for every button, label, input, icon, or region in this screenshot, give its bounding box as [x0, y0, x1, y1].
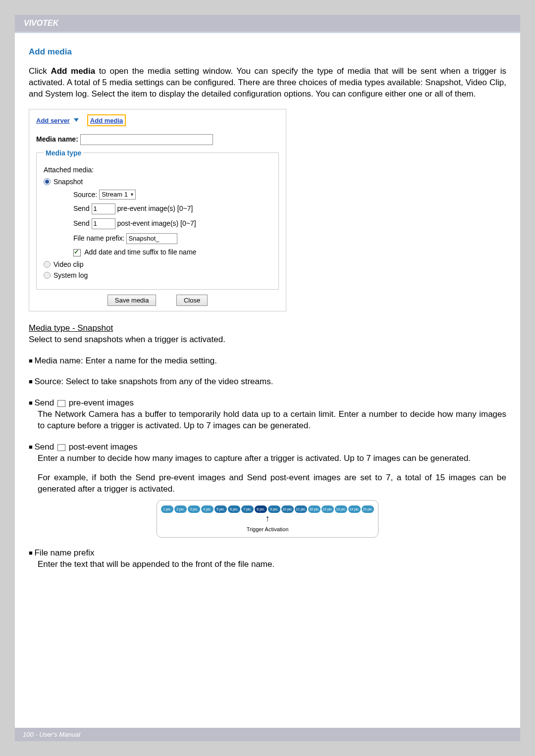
bullet-media-name: Media name: Enter a name for the media s…: [29, 355, 506, 367]
bullet-list: Media name: Enter a name for the media s…: [29, 355, 506, 571]
bullet-file-prefix: File name prefix: [29, 548, 506, 559]
close-button[interactable]: Close: [176, 295, 208, 306]
pill-8: 8 pic.: [255, 505, 267, 513]
add-suffix-label: Add date and time suffix to file name: [84, 248, 196, 256]
file-prefix-label: File name prefix:: [73, 234, 124, 242]
attached-media-label: Attached media:: [44, 166, 271, 174]
bullet-file-prefix-body: Enter the text that will be appended to …: [38, 559, 506, 570]
media-name-input[interactable]: [80, 134, 213, 145]
add-media-link[interactable]: Add media: [90, 117, 123, 124]
intro-rest: to open the media setting window. You ca…: [29, 66, 506, 99]
pill-1: 1 pic.: [161, 505, 173, 513]
pill-13: 12 pic.: [321, 505, 334, 513]
source-row: Source: Stream 1 ▼: [73, 190, 271, 200]
trigger-caption: Trigger Activation: [161, 526, 374, 533]
pre-event-input[interactable]: [92, 203, 115, 214]
inline-box-icon: [57, 400, 65, 407]
radio-snapshot[interactable]: Snapshot: [44, 178, 271, 186]
file-prefix-row: File name prefix:: [73, 233, 271, 244]
inline-box-icon: [57, 444, 65, 451]
radio-video-clip-label: Video clip: [54, 260, 83, 268]
file-prefix-input[interactable]: [126, 233, 177, 244]
pill-15: 14 pic.: [348, 505, 361, 513]
intro-bold: Add media: [51, 66, 95, 76]
send-label-2: Send: [73, 219, 90, 227]
page-footer: 100 - User's Manual: [15, 728, 520, 741]
radio-snapshot-icon: [44, 178, 51, 185]
post-event-input[interactable]: [92, 218, 115, 229]
radio-video-clip-icon: [44, 261, 51, 268]
radio-system-log-label: System log: [54, 271, 88, 279]
source-label: Source:: [73, 190, 97, 198]
media-type-legend: Media type: [44, 149, 83, 157]
bullet-post-body1: Enter a number to decide how many images…: [38, 453, 506, 464]
add-media-highlight: Add media: [87, 114, 126, 126]
bullet-post-body2: For example, if both the Send pre-event …: [38, 472, 506, 495]
pre-event-row: Send pre-event image(s) [0~7]: [73, 203, 271, 214]
add-suffix-checkbox[interactable]: [73, 249, 81, 256]
section-title: Add media: [29, 47, 506, 57]
add-server-link[interactable]: Add server: [36, 117, 70, 124]
save-media-button[interactable]: Save media: [107, 295, 157, 306]
chevron-down-icon: ▼: [130, 192, 134, 197]
pill-14: 13 pic.: [335, 505, 347, 513]
trigger-activation-figure: 1 pic.2 pic.3 pic.4 pic.5 pic.6 pic.7 pi…: [157, 500, 378, 538]
pill-16: 15 pic.: [362, 505, 374, 513]
source-select[interactable]: Stream 1 ▼: [99, 190, 136, 200]
bullet-pre-after: pre-event images: [66, 398, 134, 407]
bullet-source: Source: Select to take snapshots from an…: [29, 376, 506, 388]
bullet-pre-lead: Send: [34, 398, 56, 407]
radio-system-log[interactable]: System log: [44, 271, 271, 279]
post-event-suffix: post-event image(s) [0~7]: [117, 219, 196, 227]
snapshot-description: Select to send snapshots when a trigger …: [29, 334, 506, 346]
bullet-pre-body: The Network Camera has a buffer to tempo…: [38, 409, 506, 432]
add-suffix-row[interactable]: Add date and time suffix to file name: [73, 248, 271, 256]
media-name-row: Media name:: [36, 134, 279, 145]
pill-6: 6 pic.: [228, 505, 240, 513]
page-header: VIVOTEK: [15, 15, 520, 33]
intro-prefix: Click: [29, 66, 51, 76]
bullet-post-lead: Send: [34, 442, 56, 452]
pill-10: 10 pic.: [281, 505, 294, 513]
pill-9: 9 pic.: [268, 505, 280, 513]
pill-2: 2 pic.: [174, 505, 187, 513]
radio-snapshot-label: Snapshot: [54, 178, 83, 186]
pill-12: 10 pic.: [308, 505, 321, 513]
bullet-pre-event: Send pre-event images: [29, 398, 506, 409]
intro-paragraph: Click Add media to open the media settin…: [29, 66, 506, 100]
media-type-fieldset: Media type Attached media: Snapshot Sour…: [36, 149, 279, 290]
pill-7: 7 pic.: [241, 505, 254, 513]
pill-4: 4 pic.: [201, 505, 214, 513]
media-name-label: Media name:: [36, 135, 78, 143]
add-media-dialog: Add server Add media Media name: Media t…: [29, 109, 286, 311]
send-label-1: Send: [73, 204, 90, 212]
server-caret-icon: [73, 116, 80, 125]
bullet-post-after: post-event images: [66, 442, 138, 452]
pill-5: 5 pic.: [214, 505, 227, 513]
arrow-up-icon: ↑: [266, 515, 270, 522]
pre-event-suffix: pre-event image(s) [0~7]: [117, 204, 193, 212]
media-type-snapshot-heading: Media type - Snapshot: [29, 323, 506, 333]
radio-video-clip[interactable]: Video clip: [44, 260, 271, 268]
page-content: Add media Click Add media to open the me…: [15, 33, 520, 600]
post-event-row: Send post-event image(s) [0~7]: [73, 218, 271, 229]
dialog-link-row: Add server Add media: [36, 114, 279, 126]
bullet-post-event: Send post-event images: [29, 442, 506, 453]
svg-marker-0: [74, 118, 79, 122]
pill-3: 3 pic.: [188, 505, 200, 513]
dialog-button-row: Save media Close: [36, 295, 279, 306]
pill-row: 1 pic.2 pic.3 pic.4 pic.5 pic.6 pic.7 pi…: [161, 505, 374, 513]
source-value: Stream 1: [102, 191, 128, 198]
radio-system-log-icon: [44, 272, 51, 279]
pill-11: 11 pic.: [295, 505, 307, 513]
